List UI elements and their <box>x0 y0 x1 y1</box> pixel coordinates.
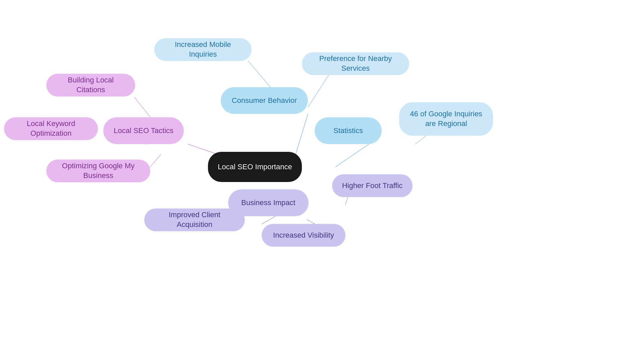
local-seo-tactics-label: Local SEO Tactics <box>114 126 173 136</box>
statistics-node: Statistics <box>315 117 382 144</box>
preference-nearby-label: Preference for Nearby Services <box>310 54 401 73</box>
building-citations-node: Building Local Citations <box>46 74 135 97</box>
local-seo-tactics-node: Local SEO Tactics <box>103 117 184 144</box>
improved-client-label: Improved Client Acquisition <box>152 210 237 229</box>
google-inquiries-node: 46 of Google Inquiries are Regional <box>399 102 493 136</box>
building-citations-label: Building Local Citations <box>54 75 127 95</box>
svg-line-3 <box>335 144 369 167</box>
optimizing-gmb-node: Optimizing Google My Business <box>46 160 150 182</box>
higher-foot-traffic-node: Higher Foot Traffic <box>332 174 413 197</box>
local-keyword-node: Local Keyword Optimization <box>4 117 98 140</box>
business-impact-label: Business Impact <box>241 198 295 208</box>
center-label: Local SEO Importance <box>218 162 292 172</box>
google-inquiries-label: 46 of Google Inquiries are Regional <box>407 109 485 128</box>
consumer-behavior-node: Consumer Behavior <box>221 87 308 114</box>
increased-mobile-label: Increased Mobile Inquiries <box>162 40 244 59</box>
svg-line-2 <box>308 75 329 107</box>
increased-visibility-label: Increased Visibility <box>273 231 334 240</box>
improved-client-node: Improved Client Acquisition <box>144 208 245 231</box>
increased-visibility-node: Increased Visibility <box>262 224 345 247</box>
local-keyword-label: Local Keyword Optimization <box>12 119 90 138</box>
preference-nearby-node: Preference for Nearby Services <box>302 52 409 75</box>
center-node: Local SEO Importance <box>208 152 302 182</box>
increased-mobile-node: Increased Mobile Inquiries <box>154 38 252 61</box>
higher-foot-traffic-label: Higher Foot Traffic <box>342 181 403 191</box>
statistics-label: Statistics <box>333 126 363 136</box>
optimizing-gmb-label: Optimizing Google My Business <box>54 161 142 180</box>
consumer-behavior-label: Consumer Behavior <box>232 96 297 106</box>
